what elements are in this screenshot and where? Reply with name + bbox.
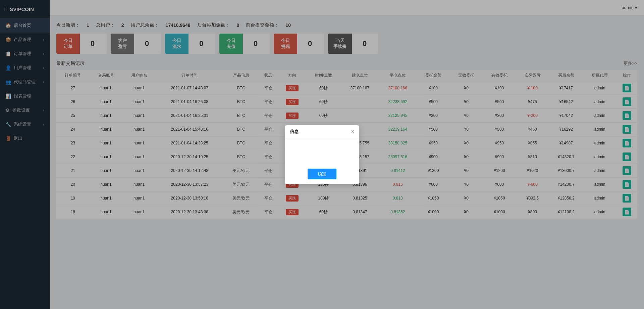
modal-close-button[interactable]: ×: [351, 129, 354, 134]
modal-confirm-button[interactable]: 确定: [308, 169, 336, 179]
modal-title: 信息: [290, 129, 299, 135]
modal-body: [285, 138, 359, 165]
modal-overlay[interactable]: 信息 × 确定: [0, 0, 644, 309]
modal-footer: 确定: [285, 165, 359, 184]
modal: 信息 × 确定: [285, 125, 359, 184]
modal-header: 信息 ×: [285, 125, 359, 138]
